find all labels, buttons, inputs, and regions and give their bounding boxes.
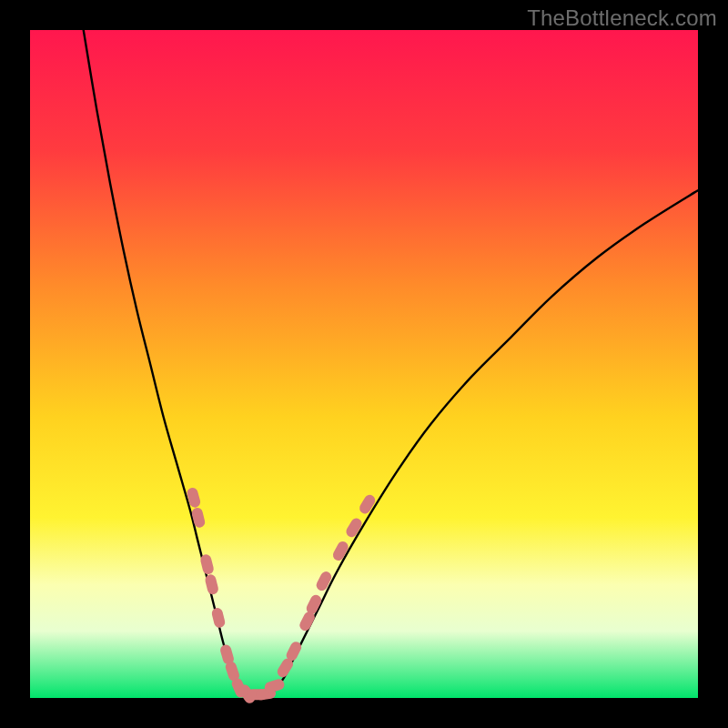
curve-marker: [211, 607, 227, 629]
curve-marker: [358, 493, 378, 516]
watermark-text: TheBottleneck.com: [527, 5, 717, 31]
bottleneck-curve: [84, 30, 698, 697]
curve-markers: [186, 487, 377, 705]
plot-area: [30, 30, 698, 698]
curve-marker: [204, 573, 219, 595]
outer-frame: TheBottleneck.com: [0, 0, 728, 728]
chart-svg: [30, 30, 698, 698]
curve-marker: [199, 553, 215, 575]
curve-marker: [315, 570, 334, 592]
